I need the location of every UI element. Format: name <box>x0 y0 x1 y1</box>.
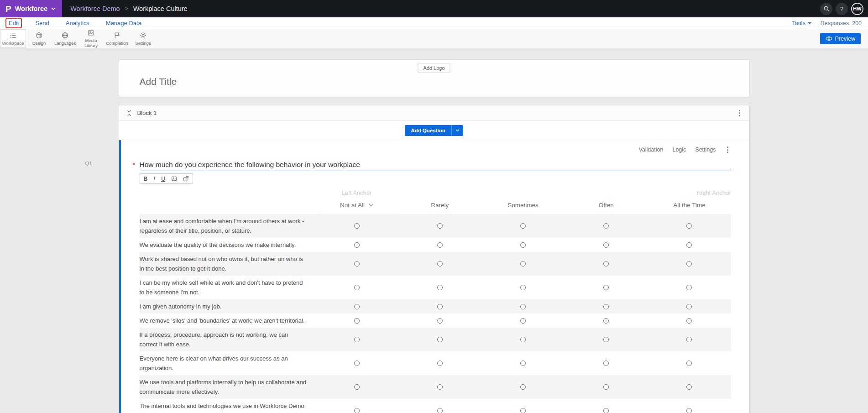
radio-button[interactable] <box>603 408 609 413</box>
radio-button[interactable] <box>686 337 692 342</box>
toolbar-item-settings[interactable]: Settings <box>130 29 156 48</box>
radio-button[interactable] <box>520 361 526 366</box>
row-statement[interactable]: Work is shared based not on who owns it,… <box>140 252 315 276</box>
radio-button[interactable] <box>603 304 609 309</box>
toolbar-item-workspace[interactable]: Workspace <box>0 29 26 48</box>
radio-button[interactable] <box>437 318 443 324</box>
radio-button[interactable] <box>603 261 609 267</box>
radio-button[interactable] <box>686 261 692 267</box>
radio-button[interactable] <box>437 337 443 342</box>
question-text-input[interactable]: How much do you experience the following… <box>140 160 731 171</box>
question-menu-icon[interactable] <box>725 145 730 155</box>
radio-button[interactable] <box>603 384 609 390</box>
radio-button[interactable] <box>437 304 443 309</box>
radio-button[interactable] <box>686 384 692 390</box>
column-header-often[interactable]: Often <box>565 202 648 212</box>
row-statement[interactable]: We use tools and platforms internally to… <box>140 375 315 399</box>
block-menu-icon[interactable] <box>737 108 742 118</box>
row-statement[interactable]: We remove 'silos' and 'boundaries' at wo… <box>140 314 315 328</box>
radio-button[interactable] <box>520 285 526 290</box>
radio-button[interactable] <box>354 285 360 290</box>
row-statement[interactable]: I am at ease and comfortable when I'm ar… <box>140 214 315 238</box>
add-question-button[interactable]: Add Question <box>405 125 451 136</box>
add-logo-button[interactable]: Add Logo <box>418 63 450 73</box>
radio-button[interactable] <box>520 261 526 267</box>
radio-button[interactable] <box>437 261 443 267</box>
radio-button[interactable] <box>520 304 526 309</box>
help-button[interactable]: ? <box>836 3 848 15</box>
italic-icon[interactable]: I <box>153 175 155 182</box>
radio-button[interactable] <box>520 337 526 342</box>
radio-button[interactable] <box>354 318 360 324</box>
tab-send[interactable]: Send <box>33 19 51 27</box>
responses-count[interactable]: Responses: 200 <box>821 20 862 26</box>
radio-button[interactable] <box>437 361 443 366</box>
radio-button[interactable] <box>354 408 360 413</box>
left-anchor-placeholder[interactable]: Left Anchor <box>315 189 398 196</box>
column-header-sometimes[interactable]: Sometimes <box>481 202 565 212</box>
question-q1[interactable]: Q1 Validation Logic Settings * How much … <box>119 140 749 413</box>
radio-button[interactable] <box>686 304 692 309</box>
column-header-not-at-all[interactable]: Not at All <box>319 202 394 212</box>
radio-button[interactable] <box>437 408 443 413</box>
row-statement[interactable]: If a process, procedure, approach is not… <box>140 328 315 351</box>
block-title[interactable]: Block 1 <box>137 110 157 116</box>
validation-link[interactable]: Validation <box>638 146 663 153</box>
row-statement[interactable]: We evaluate the quality of the decisions… <box>140 238 315 252</box>
radio-button[interactable] <box>686 408 692 413</box>
radio-button[interactable] <box>520 408 526 413</box>
radio-button[interactable] <box>354 337 360 342</box>
radio-button[interactable] <box>354 304 360 309</box>
radio-button[interactable] <box>354 261 360 267</box>
radio-button[interactable] <box>686 242 692 248</box>
column-header-rarely[interactable]: Rarely <box>398 202 481 212</box>
radio-button[interactable] <box>686 318 692 324</box>
radio-button[interactable] <box>354 361 360 366</box>
column-header-all-the-time[interactable]: All the Time <box>648 202 731 212</box>
radio-button[interactable] <box>603 318 609 324</box>
radio-button[interactable] <box>603 223 609 229</box>
toolbar-item-media-library[interactable]: Media Library <box>78 29 104 48</box>
radio-button[interactable] <box>603 242 609 248</box>
add-question-dropdown[interactable] <box>451 125 463 136</box>
toolbar-item-design[interactable]: Design <box>26 29 52 48</box>
logic-link[interactable]: Logic <box>672 146 686 153</box>
tab-analytics[interactable]: Analytics <box>63 19 92 27</box>
insert-image-icon[interactable] <box>171 176 177 182</box>
row-statement[interactable]: I can be my whole self while at work and… <box>140 276 315 299</box>
external-link-icon[interactable] <box>183 176 189 182</box>
radio-button[interactable] <box>437 223 443 229</box>
product-menu[interactable]: P Workforce <box>0 0 62 17</box>
toolbar-item-completion[interactable]: Completion <box>104 29 130 48</box>
tab-manage-data[interactable]: Manage Data <box>104 19 144 27</box>
right-anchor-placeholder[interactable]: Right Anchor <box>697 189 731 196</box>
underline-icon[interactable]: U <box>161 176 165 182</box>
radio-button[interactable] <box>603 285 609 290</box>
breadcrumb-project[interactable]: Workforce Demo <box>70 5 120 12</box>
radio-button[interactable] <box>520 318 526 324</box>
radio-button[interactable] <box>437 285 443 290</box>
collapse-block-icon[interactable] <box>126 110 132 117</box>
radio-button[interactable] <box>686 361 692 366</box>
radio-button[interactable] <box>520 242 526 248</box>
add-title-placeholder[interactable]: Add Title <box>140 76 177 87</box>
radio-button[interactable] <box>437 242 443 248</box>
radio-button[interactable] <box>354 384 360 390</box>
radio-button[interactable] <box>686 223 692 229</box>
radio-button[interactable] <box>354 223 360 229</box>
settings-link[interactable]: Settings <box>695 146 716 153</box>
radio-button[interactable] <box>603 337 609 342</box>
bold-icon[interactable]: B <box>144 176 148 182</box>
row-statement[interactable]: I am given autonomy in my job. <box>140 299 315 314</box>
preview-button[interactable]: Preview <box>820 33 861 44</box>
avatar[interactable]: HW <box>851 3 863 15</box>
tools-menu[interactable]: Tools <box>792 20 811 26</box>
radio-button[interactable] <box>354 242 360 248</box>
search-button[interactable] <box>820 3 832 15</box>
toolbar-item-languages[interactable]: Languages <box>52 29 78 48</box>
radio-button[interactable] <box>437 384 443 390</box>
radio-button[interactable] <box>520 384 526 390</box>
radio-button[interactable] <box>686 285 692 290</box>
radio-button[interactable] <box>520 223 526 229</box>
radio-button[interactable] <box>603 361 609 366</box>
